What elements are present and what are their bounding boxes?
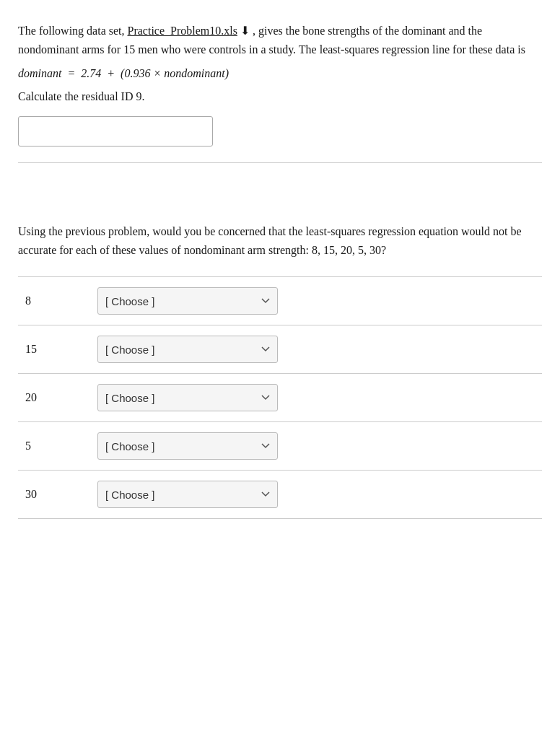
row-select-cell: [ Choose ]YesNo [90, 374, 307, 422]
values-table: 8[ Choose ]YesNo15[ Choose ]YesNo20[ Cho… [18, 276, 542, 519]
choose-select-30[interactable]: [ Choose ]YesNo [97, 481, 278, 508]
row-value-label: 20 [18, 374, 90, 422]
row-empty-cell [307, 277, 542, 325]
row-select-cell: [ Choose ]YesNo [90, 277, 307, 325]
regression-equation: dominant = 2.74 + (0.936 × nondominant) [18, 67, 542, 80]
dataset-link[interactable]: Practice_Problem10.xls [128, 25, 237, 37]
choose-select-20[interactable]: [ Choose ]YesNo [97, 384, 278, 411]
row-select-cell: [ Choose ]YesNo [90, 422, 307, 471]
row-value-label: 15 [18, 325, 90, 374]
choose-select-5[interactable]: [ Choose ]YesNo [97, 432, 278, 460]
second-section-question: Using the previous problem, would you be… [18, 222, 542, 259]
spacer [18, 179, 542, 222]
row-value-label: 8 [18, 277, 90, 325]
choose-select-15[interactable]: [ Choose ]YesNo [97, 336, 278, 363]
download-icon: ⬇ [240, 25, 253, 37]
row-empty-cell [307, 325, 542, 374]
intro-text-before-link: The following data set, [18, 25, 125, 37]
table-row: 20[ Choose ]YesNo [18, 374, 542, 422]
table-row: 15[ Choose ]YesNo [18, 325, 542, 374]
table-row: 8[ Choose ]YesNo [18, 277, 542, 325]
row-empty-cell [307, 374, 542, 422]
row-empty-cell [307, 422, 542, 471]
row-value-label: 5 [18, 422, 90, 471]
row-empty-cell [307, 471, 542, 519]
table-row: 30[ Choose ]YesNo [18, 471, 542, 519]
residual-answer-input[interactable] [18, 116, 213, 147]
row-select-cell: [ Choose ]YesNo [90, 325, 307, 374]
calculate-label: Calculate the residual ID 9. [18, 90, 542, 103]
row-select-cell: [ Choose ]YesNo [90, 471, 307, 519]
row-value-label: 30 [18, 471, 90, 519]
intro-paragraph: The following data set, Practice_Problem… [18, 22, 542, 58]
section-divider [18, 162, 542, 163]
table-row: 5[ Choose ]YesNo [18, 422, 542, 471]
choose-select-8[interactable]: [ Choose ]YesNo [97, 287, 278, 315]
